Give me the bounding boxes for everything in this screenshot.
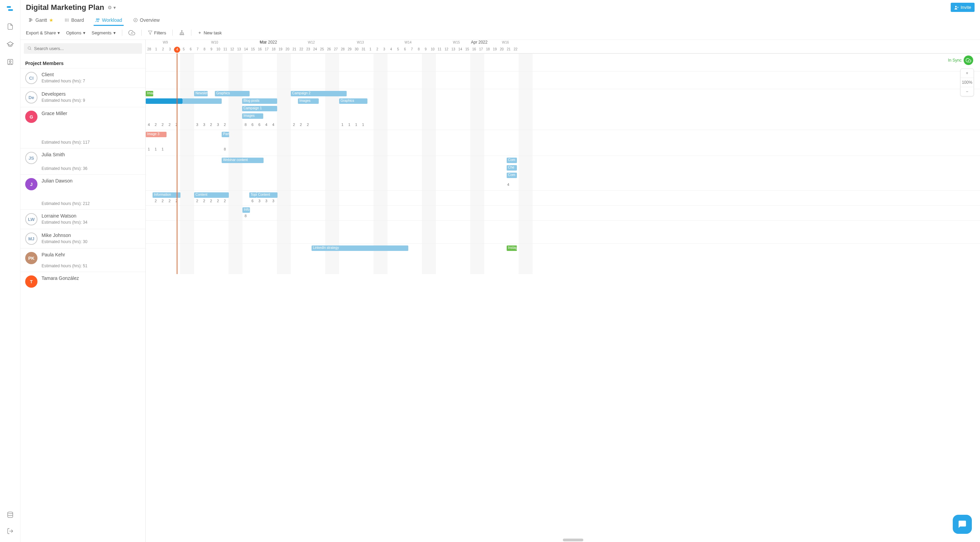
member-name: Paula Kehr (41, 252, 143, 257)
task-bar[interactable]: LinkedIn strategy (312, 245, 408, 251)
day-cell: 27 (332, 47, 339, 51)
document-icon[interactable] (6, 22, 14, 31)
member-row[interactable]: MJMike JohnsonEstimated hours (hrs): 30 (21, 229, 145, 248)
member-estimate: Estimated hours (hrs): 212 (41, 201, 143, 206)
task-bar[interactable]: Com (507, 173, 517, 178)
tab-overview[interactable]: Overview (132, 15, 161, 26)
member-row[interactable]: DeDevelopersEstimated hours (hrs): 9 (21, 87, 145, 107)
day-cell: 30 (353, 47, 360, 51)
cloud-icon[interactable] (128, 29, 135, 36)
day-cell: 9 (422, 47, 429, 51)
task-bar[interactable]: Images (242, 113, 263, 119)
task-bar[interactable]: Images (298, 99, 319, 104)
task-bar[interactable]: Campaign 2 (291, 91, 347, 96)
timeline-row: Webinar contentComCheCom4 (146, 156, 980, 190)
svg-point-4 (8, 512, 13, 514)
day-cell: 5 (180, 47, 187, 51)
svg-line-24 (30, 49, 31, 50)
invite-button[interactable]: Invite (951, 3, 975, 12)
day-cell: 14 (242, 47, 249, 51)
filters-button[interactable]: Filters (148, 30, 166, 35)
member-row[interactable]: PKPaula KehrEstimated hours (hrs): 51 (21, 248, 145, 272)
svg-point-6 (955, 6, 957, 8)
member-row[interactable]: GGrace MillerEstimated hours (hrs): 117 (21, 107, 145, 148)
task-bar[interactable]: Webinar content (222, 157, 264, 163)
member-row[interactable]: JJulian DawsonEstimated hours (hrs): 212 (21, 174, 145, 209)
options-button[interactable]: Options ▾ (66, 30, 86, 35)
day-cell: 8 (415, 47, 422, 51)
day-cell: 3 (381, 47, 388, 51)
task-bar[interactable]: Content (194, 192, 229, 198)
app-logo-icon[interactable] (6, 5, 14, 13)
tab-board[interactable]: Board (63, 15, 85, 26)
day-cell: 17 (263, 47, 270, 51)
task-bar[interactable]: Part (222, 132, 229, 137)
segments-button[interactable]: Segments ▾ (92, 30, 116, 35)
member-estimate: Estimated hours (hrs): 34 (41, 220, 143, 225)
timeline-row (146, 220, 980, 243)
export-share-button[interactable]: Export & Share ▾ (26, 30, 60, 35)
horizontal-scrollbar[interactable] (563, 539, 583, 541)
svg-rect-0 (7, 6, 11, 8)
zoom-in-button[interactable]: + (961, 69, 974, 78)
task-bar[interactable]: Com (507, 157, 517, 163)
task-bar[interactable]: Graphics (339, 99, 368, 104)
month-label: Mar 2022 (260, 40, 277, 45)
svg-rect-2 (8, 60, 13, 65)
search-input[interactable] (24, 43, 142, 54)
contacts-icon[interactable] (6, 58, 14, 66)
task-bar[interactable]: Campaign 1 (242, 106, 277, 111)
chat-fab[interactable] (953, 515, 972, 534)
task-bar[interactable]: Content (257, 192, 277, 198)
hour-value: 3 (265, 199, 267, 203)
task-bar[interactable]: Image 3 (146, 132, 167, 137)
task-bar[interactable]: Topi (249, 192, 257, 198)
logout-icon[interactable] (6, 527, 14, 535)
member-name: Tamara González (41, 275, 143, 281)
svg-point-19 (181, 30, 182, 31)
task-bar[interactable]: Newsletter (194, 91, 208, 96)
new-task-button[interactable]: ＋ New task (197, 30, 222, 36)
day-cell: 20 (284, 47, 291, 51)
task-bar[interactable]: Blog posts (242, 99, 277, 104)
database-icon[interactable] (6, 511, 14, 519)
sync-icon[interactable] (964, 56, 973, 65)
task-bar[interactable]: Images (146, 91, 153, 96)
member-row[interactable]: LWLorraine WatsonEstimated hours (hrs): … (21, 209, 145, 229)
svg-marker-18 (148, 31, 152, 35)
svg-rect-11 (29, 21, 31, 21)
week-label: W10 (211, 41, 218, 44)
day-cell: 24 (312, 47, 318, 51)
day-cell: 4 (174, 47, 180, 53)
member-name: Grace Miller (41, 111, 143, 116)
member-name: Mike Johnson (41, 232, 143, 238)
zoom-out-button[interactable]: − (961, 87, 974, 96)
member-row[interactable]: TTamara González (21, 272, 145, 291)
member-row[interactable]: JSJulia SmithEstimated hours (hrs): 36 (21, 148, 145, 174)
hour-value: 6 (251, 122, 254, 127)
task-bar[interactable]: Che (507, 165, 517, 170)
day-cell: 25 (319, 47, 326, 51)
timeline[interactable]: W9W10W11W12W13W14W15W16Mar 2022Apr 2022 … (146, 40, 980, 542)
task-bar[interactable]: Info (242, 207, 250, 213)
academy-icon[interactable] (6, 40, 14, 48)
hierarchy-icon[interactable] (179, 30, 185, 36)
member-estimate: Estimated hours (hrs): 9 (41, 98, 143, 103)
task-bar[interactable]: Graphics (215, 91, 250, 96)
member-row[interactable]: ClClientEstimated hours (hrs): 7 (21, 68, 145, 87)
tab-workload[interactable]: Workload (94, 15, 124, 26)
day-cell: 19 (277, 47, 284, 51)
avatar: PK (25, 252, 37, 264)
task-bar[interactable]: Information (153, 192, 180, 198)
day-cell: 18 (270, 47, 277, 51)
tab-gantt[interactable]: Gantt ★ (27, 15, 55, 26)
week-label: W12 (308, 41, 315, 44)
hour-value: 1 (154, 147, 157, 151)
gear-icon[interactable]: ⚙ ▾ (108, 5, 116, 10)
task-bar[interactable]: Instag (507, 245, 517, 251)
day-cell: 29 (346, 47, 353, 51)
day-cell: 15 (464, 47, 471, 51)
avatar: JS (25, 152, 37, 164)
task-bar[interactable] (183, 99, 222, 104)
day-cell: 2 (160, 47, 167, 51)
